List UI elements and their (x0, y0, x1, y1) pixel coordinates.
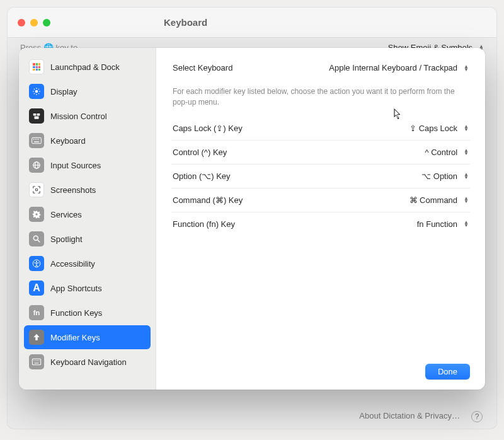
svg-rect-26 (34, 141, 39, 142)
window-footer: About Dictation & Privacy… ? (8, 411, 496, 422)
svg-rect-1 (36, 63, 38, 66)
option-value: ⌥ Option (421, 171, 457, 181)
help-icon[interactable]: ? (471, 411, 483, 422)
maximize-icon[interactable] (43, 19, 50, 26)
svg-rect-5 (38, 66, 40, 68)
sidebar-item-label: Spotlight (50, 234, 83, 244)
option-popup[interactable]: ⌥ Option ▲▼ (421, 171, 469, 181)
svg-point-35 (36, 261, 37, 262)
chevron-updown-icon: ▲▼ (464, 173, 469, 179)
command-row: Command (⌘) Key ⌘ Command ▲▼ (171, 188, 470, 212)
sidebar-item-accessibility[interactable]: Accessibility (24, 252, 151, 275)
function-row: Function (fn) Key fn Function ▲▼ (171, 212, 470, 236)
function-keys-icon: fn (29, 305, 44, 320)
svg-rect-7 (36, 69, 38, 71)
sidebar-item-label: Mission Control (50, 112, 107, 121)
mission-control-icon (29, 108, 44, 124)
caps-lock-value: ⇪ Caps Lock (410, 124, 457, 133)
svg-point-31 (35, 213, 38, 216)
select-keyboard-label: Select Keyboard (173, 63, 232, 72)
svg-rect-25 (38, 139, 39, 139)
launchpad-icon (29, 59, 44, 74)
sidebar-item-label: Keyboard Navigation (50, 357, 127, 367)
sidebar: Launchpad & Dock Display Mission Control… (19, 48, 156, 390)
sidebar-item-screenshots[interactable]: Screenshots (24, 178, 151, 202)
svg-rect-24 (37, 139, 37, 139)
sidebar-item-launchpad-dock[interactable]: Launchpad & Dock (24, 55, 151, 79)
function-popup[interactable]: fn Function ▲▼ (417, 219, 469, 229)
svg-line-17 (38, 89, 39, 90)
control-popup[interactable]: ^ Control ▲▼ (425, 148, 469, 157)
option-row: Option (⌥) Key ⌥ Option ▲▼ (171, 165, 470, 188)
window-controls (18, 19, 50, 26)
display-icon (29, 84, 44, 99)
control-value: ^ Control (425, 148, 457, 157)
chevron-updown-icon: ▲▼ (464, 65, 469, 71)
screenshots-icon (29, 182, 44, 197)
svg-line-15 (38, 93, 39, 94)
chevron-updown-icon: ▲▼ (464, 149, 469, 155)
svg-rect-20 (35, 117, 39, 119)
modifier-keys-sheet: Launchpad & Dock Display Mission Control… (19, 48, 485, 390)
caps-lock-label: Caps Lock (⇪) Key (173, 124, 243, 133)
sidebar-item-app-shortcuts[interactable]: A App Shortcuts (24, 276, 151, 300)
done-button[interactable]: Done (425, 364, 470, 379)
svg-rect-21 (32, 137, 42, 143)
keyboard-icon (29, 133, 44, 148)
sidebar-item-mission-control[interactable]: Mission Control (24, 104, 151, 128)
sidebar-item-label: Function Keys (50, 308, 102, 318)
sidebar-item-label: Keyboard (50, 136, 86, 146)
caps-lock-row: Caps Lock (⇪) Key ⇪ Caps Lock ▲▼ (171, 117, 470, 141)
sidebar-item-display[interactable]: Display (24, 79, 151, 103)
sidebar-item-label: Accessibility (50, 259, 95, 269)
sidebar-item-label: Screenshots (50, 185, 96, 195)
titlebar: Keyboard (8, 8, 496, 38)
minimize-icon[interactable] (30, 19, 38, 26)
control-label: Control (^) Key (173, 148, 227, 157)
chevron-updown-icon: ▲▼ (464, 197, 469, 203)
svg-line-33 (38, 240, 40, 243)
sidebar-item-modifier-keys[interactable]: Modifier Keys (24, 325, 151, 349)
sidebar-item-spotlight[interactable]: Spotlight (24, 227, 151, 251)
sidebar-item-function-keys[interactable]: fn Function Keys (24, 301, 151, 325)
sidebar-item-label: Services (50, 210, 82, 219)
services-icon (29, 207, 44, 222)
command-popup[interactable]: ⌘ Command ▲▼ (410, 195, 469, 205)
svg-line-14 (34, 89, 35, 90)
close-icon[interactable] (18, 19, 25, 26)
modifier-keys-icon (29, 330, 44, 345)
sidebar-item-label: Launchpad & Dock (50, 62, 120, 72)
sidebar-item-input-sources[interactable]: Input Sources (24, 153, 151, 177)
svg-rect-8 (38, 69, 40, 71)
svg-rect-23 (35, 139, 35, 139)
svg-rect-6 (33, 69, 35, 71)
chevron-updown-icon: ▲▼ (464, 125, 469, 131)
svg-rect-3 (33, 66, 35, 68)
svg-rect-36 (32, 359, 40, 364)
command-label: Command (⌘) Key (173, 195, 243, 205)
main-panel: Select Keyboard Apple Internal Keyboard … (156, 48, 485, 390)
option-label: Option (⌥) Key (173, 171, 231, 181)
svg-rect-2 (38, 63, 40, 66)
dictation-privacy-link[interactable]: About Dictation & Privacy… (359, 411, 460, 422)
svg-rect-22 (33, 139, 34, 139)
svg-point-9 (35, 90, 38, 93)
input-sources-icon (29, 158, 44, 173)
app-shortcuts-icon: A (29, 281, 44, 296)
svg-line-16 (34, 93, 35, 94)
sidebar-item-keyboard[interactable]: Keyboard (24, 129, 151, 153)
sheet-footer: Done (171, 355, 470, 379)
keyboard-navigation-icon (29, 354, 44, 369)
command-value: ⌘ Command (410, 195, 458, 205)
sidebar-item-keyboard-navigation[interactable]: Keyboard Navigation (24, 350, 151, 374)
svg-rect-18 (33, 113, 37, 116)
select-keyboard-popup[interactable]: Apple Internal Keyboard / Trackpad ▲▼ (329, 63, 469, 72)
sidebar-item-services[interactable]: Services (24, 202, 151, 226)
function-value: fn Function (417, 219, 457, 229)
function-label: Function (fn) Key (173, 219, 235, 229)
sidebar-item-label: Display (50, 87, 77, 96)
select-keyboard-value: Apple Internal Keyboard / Trackpad (329, 63, 457, 72)
chevron-updown-icon: ▲▼ (464, 221, 469, 227)
accessibility-icon (29, 256, 44, 271)
caps-lock-popup[interactable]: ⇪ Caps Lock ▲▼ (410, 124, 469, 133)
